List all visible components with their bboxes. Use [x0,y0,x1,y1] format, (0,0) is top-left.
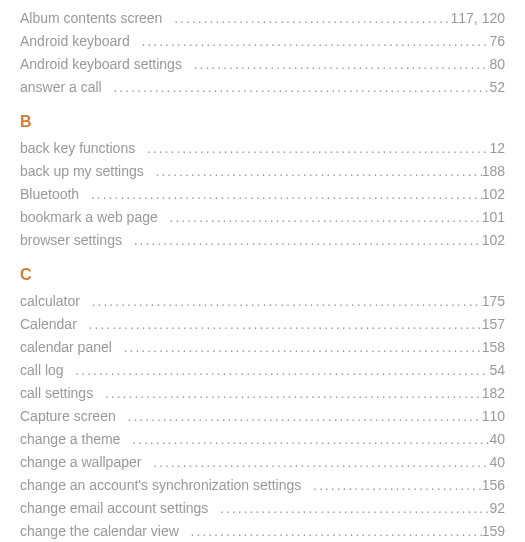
index-entry: Capture screen .........................… [20,406,505,427]
index-entry-label: answer a call [20,77,109,98]
index-entry: back key functions .....................… [20,138,505,159]
index-entry-label: change a theme [20,429,128,450]
index-entry-dots: ........................................… [170,8,450,29]
index-entry: calendar panel .........................… [20,337,505,358]
index-entry-pages: 159 [482,521,505,542]
index-entry-label: Capture screen [20,406,124,427]
index-entry-pages: 52 [489,77,505,98]
index-entry-label: change a wallpaper [20,452,149,473]
index-entry-dots: ........................................… [71,360,489,381]
index-entry-dots: ........................................… [149,452,489,473]
index-entry: call settings ..........................… [20,383,505,404]
index-entry-pages: 76 [489,31,505,52]
index-entry: calculator .............................… [20,291,505,312]
index-entry: Android keyboard settings ..............… [20,54,505,75]
index-entry: bookmark a web page ....................… [20,207,505,228]
index-entry-label: Android keyboard settings [20,54,190,75]
index-entry-dots: ........................................… [87,184,482,205]
index-entry-label: call log [20,360,71,381]
index-entry-dots: ........................................… [85,314,482,335]
index-entry-label: change the calendar view [20,521,187,542]
index-entry-dots: ........................................… [101,383,482,404]
index-entry-label: Bluetooth [20,184,87,205]
section-heading: C [20,263,505,287]
index-entry-pages: 12 [489,138,505,159]
index-entry: change email account settings ..........… [20,498,505,519]
index-entry-label: bookmark a web page [20,207,166,228]
index-entry-pages: 158 [482,337,505,358]
index-entry-dots: ........................................… [124,406,482,427]
index-entry-pages: 182 [482,383,505,404]
index-entry-pages: 175 [482,291,505,312]
index-entry-label: change an account's synchronization sett… [20,475,309,496]
index-entry: call log ...............................… [20,360,505,381]
index-entry-pages: 101 [482,207,505,228]
index-entry-pages: 156 [482,475,505,496]
index-entry-pages: 92 [489,498,505,519]
index-entry: change an account's synchronization sett… [20,475,505,496]
index-entry-dots: ........................................… [152,161,482,182]
index-entry-label: Calendar [20,314,85,335]
index-entry-label: browser settings [20,230,130,251]
section-heading: B [20,110,505,134]
index-entry-label: call settings [20,383,101,404]
index-entry: browser settings .......................… [20,230,505,251]
index-entry-dots: ........................................… [88,291,482,312]
index-entry-label: Album contents screen [20,8,170,29]
index-entry-label: back up my settings [20,161,152,182]
index-entry-pages: 157 [482,314,505,335]
index-entry-label: back key functions [20,138,143,159]
index-entry: Bluetooth ..............................… [20,184,505,205]
index-entry-pages: 80 [489,54,505,75]
index-entry: back up my settings ....................… [20,161,505,182]
index-entry-pages: 110 [482,406,505,427]
index-entry: Calendar ...............................… [20,314,505,335]
index-body: Album contents screen ..................… [20,8,505,542]
index-entry-label: calculator [20,291,88,312]
index-entry: change a theme .........................… [20,429,505,450]
index-entry-label: change email account settings [20,498,216,519]
index-entry-dots: ........................................… [138,31,490,52]
index-entry-pages: 40 [489,429,505,450]
index-entry-dots: ........................................… [109,77,489,98]
index-entry-dots: ........................................… [309,475,482,496]
index-entry-pages: 54 [489,360,505,381]
index-entry-dots: ........................................… [130,230,482,251]
index-entry-dots: ........................................… [120,337,482,358]
index-entry: change a wallpaper .....................… [20,452,505,473]
index-entry: answer a call ..........................… [20,77,505,98]
index-entry: change the calendar view ...............… [20,521,505,542]
index-entry-dots: ........................................… [187,521,482,542]
index-entry-pages: 117, 120 [451,8,506,29]
index-entry-pages: 102 [482,184,505,205]
index-entry: Android keyboard .......................… [20,31,505,52]
index-entry-dots: ........................................… [143,138,489,159]
index-entry-dots: ........................................… [216,498,489,519]
index-entry: Album contents screen ..................… [20,8,505,29]
index-entry-dots: ........................................… [166,207,482,228]
index-entry-pages: 188 [482,161,505,182]
index-entry-dots: ........................................… [128,429,489,450]
index-entry-pages: 102 [482,230,505,251]
index-entry-pages: 40 [489,452,505,473]
index-entry-label: calendar panel [20,337,120,358]
index-entry-dots: ........................................… [190,54,490,75]
index-entry-label: Android keyboard [20,31,138,52]
